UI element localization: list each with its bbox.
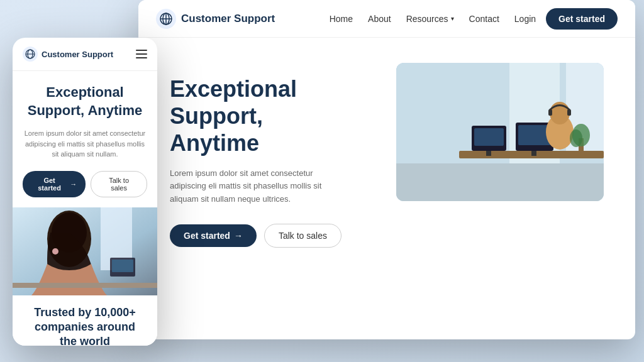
mobile-mockup: Customer Support Exceptional Support, An… <box>13 38 157 346</box>
desktop-hero-title: Exceptional Support, Anytime <box>170 75 371 157</box>
svg-rect-18 <box>567 109 571 116</box>
desktop-nav-actions: Login Get started <box>514 8 618 30</box>
hero-buttons: Get started → Talk to sales <box>170 224 371 248</box>
mobile-logo: Customer Support <box>23 47 113 62</box>
svg-rect-14 <box>531 151 536 156</box>
mobile-trusted-section: Trusted by 10,000+ companies around the … <box>13 295 157 346</box>
desktop-navbar: Customer Support Home About Resources ▾ … <box>138 0 635 38</box>
hamburger-line-2 <box>136 53 147 55</box>
mobile-navbar: Customer Support <box>13 38 157 71</box>
svg-rect-10 <box>474 128 504 146</box>
mobile-hero: Exceptional Support, Anytime Lorem ipsum… <box>13 71 157 197</box>
login-button[interactable]: Login <box>514 14 536 24</box>
desktop-mockup: Customer Support Home About Resources ▾ … <box>138 0 635 339</box>
mobile-hero-title: Exceptional Support, Anytime <box>23 84 147 119</box>
svg-point-30 <box>52 248 58 255</box>
mobile-talk-to-sales-button[interactable]: Talk to sales <box>91 171 147 197</box>
svg-rect-11 <box>486 151 491 156</box>
mobile-hero-desc: Lorem ipsum dolor sit amet consectetur a… <box>23 128 147 160</box>
mobile-hero-buttons: Get started → Talk to sales <box>23 171 147 197</box>
desktop-brand-name: Customer Support <box>181 13 275 25</box>
hamburger-line-1 <box>136 50 147 51</box>
svg-rect-17 <box>548 109 552 116</box>
svg-rect-13 <box>518 125 551 145</box>
desktop-hero-image <box>396 63 604 201</box>
get-started-nav-button[interactable]: Get started <box>546 8 618 30</box>
mobile-brand-name: Customer Support <box>42 50 113 59</box>
nav-home[interactable]: Home <box>330 14 353 24</box>
mobile-trusted-text: Trusted by 10,000+ companies around the … <box>23 305 147 346</box>
mobile-get-started-button[interactable]: Get started → <box>23 171 86 197</box>
nav-about[interactable]: About <box>368 14 391 24</box>
arrow-icon: → <box>234 231 243 241</box>
nav-resources[interactable]: Resources ▾ <box>406 14 454 24</box>
svg-rect-31 <box>13 283 157 288</box>
mobile-hero-image <box>13 207 157 295</box>
svg-rect-33 <box>112 260 133 272</box>
hero-get-started-button[interactable]: Get started → <box>170 224 257 247</box>
hero-talk-to-sales-button[interactable]: Talk to sales <box>264 224 341 248</box>
hamburger-menu[interactable] <box>136 50 147 58</box>
desktop-logo: Customer Support <box>156 9 275 29</box>
desktop-logo-icon <box>156 9 176 29</box>
mobile-arrow-icon: → <box>70 180 77 188</box>
mobile-logo-icon <box>23 47 38 62</box>
desktop-nav-links: Home About Resources ▾ Contact <box>330 14 499 24</box>
hamburger-line-3 <box>136 57 147 58</box>
svg-rect-7 <box>396 163 604 201</box>
svg-point-21 <box>570 129 582 147</box>
desktop-hero-text: Exceptional Support, Anytime Lorem ipsum… <box>170 63 371 248</box>
nav-contact[interactable]: Contact <box>469 14 499 24</box>
chevron-down-icon: ▾ <box>451 15 454 22</box>
desktop-hero-desc: Lorem ipsum dolor sit amet consectetur a… <box>170 167 346 206</box>
desktop-hero: Exceptional Support, Anytime Lorem ipsum… <box>138 38 635 248</box>
